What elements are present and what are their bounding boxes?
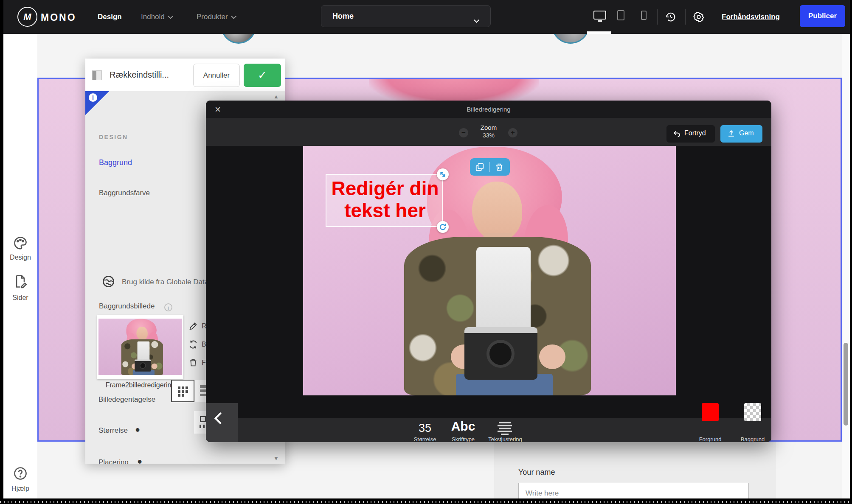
image-filename: Frame2billedredigering [97,381,183,389]
image-repeat-label: Billedegentagelse [98,395,155,404]
divider [685,9,686,25]
sidebar-item-help[interactable]: Hjælp [3,485,37,493]
avatar[interactable] [221,34,256,44]
rotate-handle-icon[interactable] [437,221,449,233]
settings-gear-icon[interactable] [693,11,705,23]
nav-item-products[interactable]: Produkter [197,0,235,34]
row-settings-icon [92,70,102,80]
font-size-value[interactable]: 35 [413,422,437,435]
panel-title: Rækkeindstilli... [110,70,169,80]
sidebar-item-pages[interactable]: Sider [3,294,37,302]
text-align-label: Tekstjustering [482,436,529,442]
zoom-in-button[interactable]: + [508,128,517,137]
modal-header: × Billedredigering [206,101,771,118]
size-label: Størrelse [98,426,128,435]
mobile-view-icon[interactable] [641,11,647,20]
panel-section-heading: DESIGN [99,134,128,140]
active-device-underline [587,31,611,34]
position-label: Placering [98,458,129,464]
clipped-page-text-artifacts [0,501,852,503]
bg-color-label: Baggrundsfarve [99,189,150,197]
foreground-color-swatch[interactable] [702,403,719,421]
globe-icon [102,275,115,288]
background-image-thumbnail[interactable] [97,315,183,379]
page-scrollbar-thumb[interactable] [844,343,848,426]
toolbar-back-button[interactable] [206,403,238,442]
chevron-down-icon [168,14,173,19]
confirm-button[interactable]: ✓ [244,64,281,87]
page-scrollbar-track[interactable] [842,34,850,498]
editing-photo[interactable]: Redigér din tekst her [303,146,676,395]
thumbnail-photo [98,319,182,375]
modal-bottom-toolbar: 35 Størrelse Abc Skrifttype Tekstjusteri… [206,418,771,442]
name-input[interactable]: Write here [518,483,749,498]
resize-handle-icon[interactable] [437,168,449,180]
remove-image-icon[interactable] [188,358,198,367]
position-value-dot[interactable]: ● [137,456,142,464]
mono-logo-icon: M [17,7,37,27]
chevron-left-icon [214,412,226,424]
repeat-tile-button[interactable] [171,380,194,402]
frame-right [850,0,852,504]
font-size-label: Størrelse [406,436,444,442]
delete-icon[interactable] [495,162,504,172]
history-icon[interactable] [665,11,677,23]
chevron-down-icon [474,17,479,23]
info-corner-ribbon[interactable] [85,91,109,115]
remove-image-label-clipped[interactable]: F [202,359,206,367]
background-label: Baggrund [732,436,771,442]
font-family-label: Skrifttype [447,436,479,442]
check-icon: ✓ [258,69,267,81]
mono-logo-text: MONO [41,12,76,23]
save-label: Gem [739,129,754,137]
chevron-down-icon [231,14,236,19]
image-editor-modal: × Billedredigering − Zoom 33% + Fortryd … [206,101,771,442]
pages-icon[interactable] [13,274,28,289]
background-color-swatch[interactable] [744,403,761,421]
modal-title: Billedredigering [206,106,771,113]
input-placeholder: Write here [526,489,559,497]
publish-button[interactable]: Publicer [800,5,845,27]
desktop-stand [598,20,602,22]
left-sidebar: Design Sider Hjælp [3,34,37,498]
canvas-text[interactable]: Redigér din tekst her [326,177,444,221]
top-navbar: M MONO Design Indhold Produkter Home For… [3,0,850,34]
modal-zoom-bar: − Zoom 33% + Fortryd Gem [206,118,771,146]
selected-page: Home [332,12,354,21]
info-icon[interactable]: i [164,303,172,311]
foreground-label: Forgrund [690,436,731,442]
nav-item-content[interactable]: Indhold [141,0,172,34]
desktop-view-icon[interactable] [593,11,606,20]
size-value-dot[interactable]: ● [135,425,140,434]
frame-bottom [0,498,852,504]
text-selection-box[interactable]: Redigér din tekst her [326,174,443,227]
zoom-label: Zoom [461,124,517,131]
font-family-button[interactable]: Abc [450,419,476,434]
undo-label: Fortryd [684,129,706,137]
save-button[interactable]: Gem [720,125,762,143]
palette-icon[interactable] [13,235,28,251]
undo-button[interactable]: Fortryd [666,125,715,143]
text-align-icon[interactable] [498,422,512,434]
editor-canvas[interactable]: Redigér din tekst her [206,146,771,442]
info-icon: i [89,93,97,102]
form-field-label: Your name [518,468,555,477]
nav-item-design[interactable]: Design [98,0,122,34]
tablet-view-icon[interactable] [617,10,624,20]
sidebar-item-design[interactable]: Design [3,254,37,261]
avatar[interactable] [551,34,590,44]
scroll-down-icon[interactable]: ▼ [273,455,279,462]
divider [657,9,658,25]
tab-background[interactable]: Baggrund [99,158,132,167]
preview-link[interactable]: Forhåndsvisning [722,13,780,21]
page-selector-dropdown[interactable]: Home [321,5,491,27]
bg-image-label: Baggrundsbillede [99,302,155,311]
panel-header: Rækkeindstilli... Annuller ✓ [85,59,285,91]
edit-image-icon[interactable] [188,322,198,331]
editor-window: Your name Write here Design Sider Hjælp [0,0,852,504]
scroll-up-icon[interactable]: ▲ [273,93,279,100]
duplicate-icon[interactable] [475,162,484,172]
swap-image-icon[interactable] [188,340,198,349]
cancel-button[interactable]: Annuller [193,64,240,87]
help-icon[interactable] [13,466,28,481]
